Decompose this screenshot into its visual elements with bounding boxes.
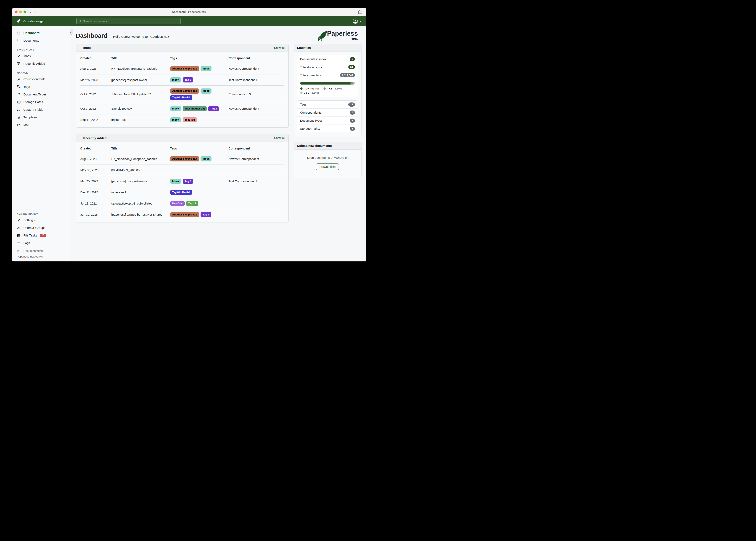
chevron-down-icon [360,21,362,22]
sidebar-item-templates[interactable]: Templates [12,113,70,121]
legend-percent: (93.8%) [311,87,320,90]
recently-added-widget-header: Recently Added Show all [76,134,288,142]
table-header: Created Title Tags Correspondent [80,53,284,63]
document-row[interactable]: Oct 2, 20221 Testing New Title Updated 2… [80,85,284,103]
cell-title[interactable]: [paperless] test post-owner [111,78,170,82]
bar-segment-csv [353,82,355,85]
document-row[interactable]: Mar 25, 2023[paperless] test post-ownerI… [80,74,284,85]
sidebar-item-dashboard[interactable]: Dashboard [12,29,70,37]
minimize-window-button[interactable] [19,11,22,13]
sidebar: Dashboard Documents SAVED VIEWS Inbox Re [12,26,70,262]
zoom-window-button[interactable] [24,11,26,13]
statistics-widget-header: Statistics [294,44,361,52]
browse-files-button[interactable]: Browse files [316,164,339,170]
drag-handle-icon[interactable] [79,46,81,49]
cell-title[interactable]: [paperless] test post-owner [111,180,170,183]
inbox-widget-header: Inbox Show all [76,44,288,52]
tag-pill[interactable]: Inbox [170,117,181,123]
bar-segment-pdf [300,82,351,85]
sidebar-item-storage-paths[interactable]: Storage Paths [12,98,70,106]
sidebar-item-recently-added[interactable]: Recently Added [12,60,70,67]
sidebar-item-document-types[interactable]: Document Types [12,91,70,98]
document-row[interactable]: Mar 25, 2023[paperless] test post-ownerI… [80,176,284,187]
sidebar-item-file-tasks[interactable]: File Tasks 16 [12,232,70,239]
tag-pill[interactable]: Test Tag [183,117,197,123]
tag-pill[interactable]: Inbox [201,89,211,94]
tag-pill[interactable]: Another Sample Tag [170,89,199,94]
cell-title[interactable]: [paperless] Owned by Test Not Shared [111,213,170,216]
cell-tags: InboxTest Tag [170,117,229,123]
tag-pill[interactable]: Tag 2 [208,106,219,111]
cell-title[interactable]: Sample100.csv [111,107,170,110]
titlebar: ‹ › Dashboard - Paperless-ngx [12,8,366,16]
tag-pill[interactable]: Another Sample Tag [170,212,199,217]
close-window-button[interactable] [15,11,18,13]
sidebar-item-documents[interactable]: Documents [12,37,70,44]
cell-title[interactable]: H7_Napoleon_Bonaparte_zadanie [111,157,170,161]
user-menu[interactable] [353,16,362,26]
document-row[interactable]: Dec 11, 2022tablerates2TagWithPartial [80,187,284,198]
sidebar-item-correspondents[interactable]: Correspondents [12,75,70,83]
tag-pill[interactable]: NewOne [170,201,185,206]
cell-title[interactable]: tablerates2 [111,191,170,194]
tag-pill[interactable]: Another Sample Tag [170,66,199,71]
upload-dropzone[interactable]: Drop documents anywhere or Browse files [294,150,361,178]
show-all-link[interactable]: Show all [274,136,285,140]
cell-title[interactable]: 0004814539_20230531 [111,169,170,172]
tag-pill[interactable]: Tag 12 [186,201,198,206]
document-row[interactable]: Sep 11, 2022drylab TestInboxTest Tag [80,114,284,125]
document-row[interactable]: May 30, 20230004814539_20230531 [80,165,284,176]
sidebar-collapse-button[interactable]: « [70,29,73,35]
drag-handle-icon[interactable] [79,137,81,140]
back-icon[interactable]: ‹ [30,10,31,14]
sidebar-item-settings[interactable]: Settings [12,216,70,224]
legend-percent: (3.1%) [311,91,319,94]
tag-pill[interactable]: Inbox [201,66,211,71]
document-row[interactable]: Oct 2, 2022Sample100.csvInboxJust anothe… [80,103,284,114]
sidebar-item-logs[interactable]: Logs [12,239,70,247]
search-input[interactable] [83,20,178,23]
sidebar-item-mail[interactable]: Mail [12,121,70,129]
tag-pill[interactable]: Inbox [170,106,181,111]
gear-icon [17,218,21,222]
brand-label: Paperless-ngx [23,19,44,23]
sidebar-item-inbox[interactable]: Inbox [12,52,70,60]
sidebar-item-tags[interactable]: Tags [12,83,70,91]
tag-pill[interactable]: Tag 2 [183,179,193,184]
cell-title[interactable]: drylab Test [111,118,170,122]
show-all-link[interactable]: Show all [274,46,285,50]
tag-pill[interactable]: Inbox [170,179,181,184]
tag-pill[interactable]: Tag 2 [183,77,193,83]
document-row[interactable]: Aug 9, 2023H7_Napoleon_Bonaparte_zadanie… [80,153,284,165]
document-row[interactable]: Aug 9, 2023H7_Napoleon_Bonaparte_zadanie… [80,63,284,74]
custom-fields-icon [17,108,21,112]
share-icon[interactable] [358,9,362,14]
stat-row: Total documents:64 [297,63,358,71]
column-header-tags: Tags [170,57,229,60]
tag-pill[interactable]: Inbox [170,77,181,83]
tag-pill[interactable]: TagWithPartial [170,95,192,100]
stat-value-badge: 64 [348,65,355,69]
tag-pill[interactable]: Just another tag [183,106,207,111]
column-header-created: Created [80,57,111,60]
stat-label: Document Types: [300,119,324,122]
cell-title[interactable]: H7_Napoleon_Bonaparte_zadanie [111,67,170,70]
tag-pill[interactable]: Another Sample Tag [170,156,199,162]
tag-pill[interactable]: Inbox [201,156,211,162]
cell-title[interactable]: sat-practice-test-1_pt2-collated [111,202,170,205]
document-row[interactable]: Jun 30, 2018[paperless] Owned by Test No… [80,209,284,220]
window-title: Dashboard - Paperless-ngx [172,10,206,13]
tag-pill[interactable]: TagWithPartial [170,190,192,195]
search-box[interactable] [76,18,181,24]
page-title: Dashboard [76,32,107,39]
cell-title[interactable]: 1 Testing New Title Updated 2 [111,93,170,96]
cell-correspondent: Correspondent 9 [229,93,284,96]
recently-added-widget: Recently Added Show all Created Title Ta… [76,134,289,223]
sidebar-item-label: Document Types [24,93,47,96]
sidebar-item-documentation[interactable]: Documentation [12,248,70,254]
sidebar-item-users-groups[interactable]: Users & Groups [12,224,70,232]
document-row[interactable]: Jul 19, 2021sat-practice-test-1_pt2-coll… [80,198,284,209]
forward-icon[interactable]: › [35,10,36,14]
sidebar-item-custom-fields[interactable]: Custom Fields [12,106,70,113]
tag-pill[interactable]: Tag 2 [201,212,211,217]
